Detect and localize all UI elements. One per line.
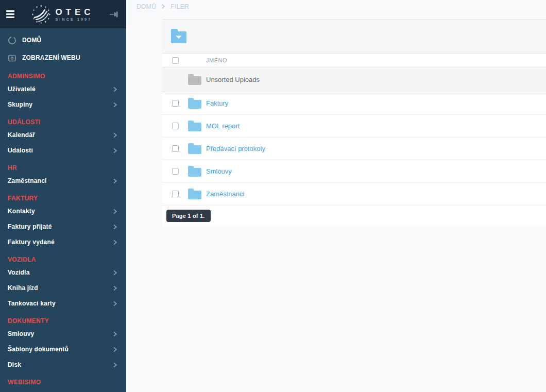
row-checkbox[interactable] (172, 191, 179, 197)
sidebar-item-zobrazeni-webu[interactable]: ZOBRAZENÍ WEBU (0, 49, 126, 66)
logo-title: OTEC (55, 8, 94, 16)
main-content: DOMŮ FILER JMÉNO (126, 0, 546, 392)
breadcrumb-current: FILER (170, 3, 189, 10)
folder-icon (188, 98, 201, 109)
sidebar-item-label: Tankovací karty (8, 300, 56, 307)
table-row: Faktury (162, 92, 546, 115)
folder-icon (188, 189, 201, 199)
page-indicator-badge: Page 1 of 1. (166, 210, 211, 222)
sidebar-item-label: Kniha jízd (8, 284, 38, 292)
row-checkbox[interactable] (172, 123, 179, 129)
sidebar-section-vozidla: VOZIDLA (0, 254, 126, 265)
sidebar-section-udalosti: UDÁLOSTI (0, 117, 126, 127)
sidebar-item-domu[interactable]: DOMŮ (0, 31, 126, 49)
breadcrumb: DOMŮ FILER (126, 0, 546, 11)
pagination: Page 1 of 1. (162, 206, 546, 226)
dashboard-circle-icon (8, 36, 16, 45)
sidebar-item-label: DOMŮ (22, 37, 41, 44)
app-logo[interactable]: OTEC SINCE 1997 (16, 4, 109, 25)
sidebar-section-faktury: FAKTURY (0, 193, 126, 203)
hamburger-menu-icon[interactable] (6, 10, 16, 18)
breadcrumb-chevron-icon (161, 4, 165, 9)
table-row: MOL report (162, 115, 546, 138)
sidebar-item-label: ZOBRAZENÍ WEBU (22, 54, 80, 61)
sidebar-item-label: Uživatelé (8, 86, 36, 93)
logo-subtitle: SINCE 1997 (55, 18, 94, 21)
sidebar-item-label: Faktury přijaté (8, 223, 52, 230)
table-row: Unsorted Uploads (162, 67, 546, 92)
sidebar-item-smlouvy[interactable]: Smlouvy (0, 326, 126, 342)
folder-icon (188, 74, 201, 85)
sidebar-item-label: Smlouvy (8, 330, 34, 337)
chevron-right-icon (113, 300, 117, 307)
app-window: OTEC SINCE 1997 DOMŮ (0, 0, 546, 392)
folder-icon (188, 143, 201, 154)
open-website-icon (8, 54, 16, 62)
chevron-right-icon (113, 224, 117, 230)
logo-emblem-icon (31, 4, 52, 25)
sidebar-item-label: Události (8, 147, 33, 154)
row-checkbox[interactable] (172, 100, 179, 107)
sidebar-section-adminsimo: ADMINSIMO (0, 71, 126, 81)
chevron-right-icon (113, 208, 117, 215)
sidebar-item-tankovaci-karty[interactable]: Tankovací karty (0, 296, 126, 311)
sidebar-item-kniha-jizd[interactable]: Kniha jízd (0, 280, 126, 296)
column-header-name[interactable]: JMÉNO (206, 57, 546, 63)
sidebar-item-skupiny[interactable]: Skupiny (0, 97, 126, 112)
sidebar-item-label: Kalendář (8, 131, 35, 139)
chevron-right-icon (113, 362, 117, 368)
chevron-right-icon (113, 269, 117, 276)
panel-toolbar (162, 20, 546, 54)
chevron-right-icon (113, 147, 117, 154)
sidebar-item-kontakty[interactable]: Kontakty (0, 203, 126, 219)
folder-link[interactable]: Zaměstnanci (206, 190, 244, 198)
table-row: Zaměstnanci (162, 183, 546, 206)
sidebar-item-sablony-dokumentu[interactable]: Šablony dokumentů (0, 342, 126, 357)
sidebar-section-webisimo: WEBISIMO (0, 377, 126, 387)
folder-icon (188, 121, 201, 131)
row-checkbox[interactable] (172, 168, 179, 175)
sidebar: OTEC SINCE 1997 DOMŮ (0, 0, 126, 392)
logo-text: OTEC SINCE 1997 (55, 8, 94, 21)
sidebar-item-faktury-prijate[interactable]: Faktury přijaté (0, 219, 126, 234)
caret-down-icon (176, 36, 182, 39)
folder-link[interactable]: Smlouvy (206, 167, 232, 175)
folder-link[interactable]: Předávací protokoly (206, 145, 265, 152)
sidebar-item-faktury-vydane[interactable]: Faktury vydané (0, 234, 126, 250)
sidebar-item-label: Vozidla (8, 269, 30, 276)
pin-sidebar-icon[interactable] (109, 9, 120, 20)
sidebar-item-label: Skupiny (8, 101, 32, 108)
chevron-right-icon (113, 86, 117, 93)
chevron-right-icon (113, 132, 117, 139)
folder-link[interactable]: Faktury (206, 99, 228, 107)
sidebar-item-zamestnanci[interactable]: Zaměstnanci (0, 173, 126, 189)
sidebar-item-label: Disk (8, 361, 21, 368)
breadcrumb-home-link[interactable]: DOMŮ (136, 3, 156, 10)
table-row: Předávací protokoly (162, 138, 546, 160)
row-checkbox[interactable] (172, 145, 179, 152)
folder-link[interactable]: MOL report (206, 122, 240, 130)
sidebar-nav: DOMŮ ZOBRAZENÍ WEBU ADMINSIMO Uživatelé … (0, 28, 126, 387)
sidebar-item-label: Faktury vydané (8, 238, 55, 246)
folder-icon (188, 166, 201, 177)
filer-panel: JMÉNO Unsorted Uploads Faktury MOL repor… (162, 19, 546, 226)
sidebar-section-dokumenty: DOKUMENTY (0, 316, 126, 326)
chevron-right-icon (113, 239, 117, 246)
table-header-row: JMÉNO (162, 54, 546, 67)
folder-dropdown-button[interactable] (171, 29, 186, 43)
sidebar-item-disk[interactable]: Disk (0, 357, 126, 372)
sidebar-item-udalosti[interactable]: Události (0, 143, 126, 158)
chevron-right-icon (113, 101, 117, 108)
sidebar-item-vozidla[interactable]: Vozidla (0, 265, 126, 280)
chevron-right-icon (113, 331, 117, 337)
select-all-checkbox[interactable] (172, 57, 179, 64)
sidebar-header: OTEC SINCE 1997 (0, 0, 126, 28)
sidebar-item-kalendar[interactable]: Kalendář (0, 127, 126, 143)
sidebar-item-uzivatele[interactable]: Uživatelé (0, 81, 126, 97)
chevron-right-icon (113, 178, 117, 184)
chevron-right-icon (113, 346, 117, 353)
table-row: Smlouvy (162, 160, 546, 183)
sidebar-item-label: Šablony dokumentů (8, 346, 69, 353)
sidebar-section-hr: HR (0, 163, 126, 173)
folder-link[interactable]: Unsorted Uploads (206, 76, 260, 83)
